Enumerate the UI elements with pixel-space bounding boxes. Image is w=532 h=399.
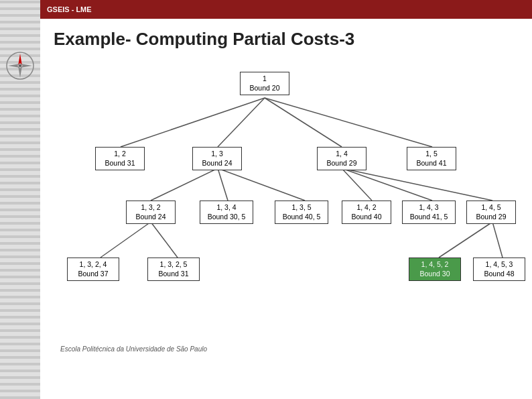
node-1325: 1, 3, 2, 5 Bound 31 — [147, 258, 200, 281]
svg-line-7 — [218, 98, 265, 147]
svg-line-9 — [265, 98, 432, 147]
top-bar-title: GSEIS - LME — [47, 5, 92, 13]
sidebar — [0, 0, 40, 399]
svg-line-14 — [342, 168, 432, 201]
svg-marker-3 — [8, 64, 20, 68]
page-title: Example- Computing Partial Costs-3 — [54, 29, 519, 50]
footer: Escola Politécnica da Universidade de Sã… — [54, 341, 519, 357]
tree-container: 1 Bound 20 1, 2 Bound 31 1, 3 Bound 24 1… — [54, 60, 519, 341]
main-content: GSEIS - LME Example- Computing Partial C… — [40, 0, 532, 399]
svg-line-18 — [439, 222, 492, 258]
node-14: 1, 4 Bound 29 — [317, 147, 367, 170]
node-145: 1, 4, 5 Bound 29 — [466, 201, 516, 224]
node-15: 1, 5 Bound 41 — [407, 147, 456, 170]
svg-line-15 — [342, 168, 492, 201]
node-root: 1 Bound 20 — [240, 72, 289, 95]
node-143: 1, 4, 3 Bound 41, 5 — [402, 201, 456, 224]
svg-line-6 — [121, 98, 265, 147]
svg-line-13 — [342, 168, 372, 201]
node-1324: 1, 3, 2, 4 Bound 37 — [67, 258, 119, 281]
svg-line-10 — [151, 168, 218, 201]
svg-line-12 — [218, 168, 305, 201]
svg-line-19 — [492, 222, 503, 258]
top-bar: GSEIS - LME — [40, 0, 532, 19]
node-13: 1, 3 Bound 24 — [192, 147, 242, 170]
node-12: 1, 2 Bound 31 — [95, 147, 145, 170]
content-area: Example- Computing Partial Costs-3 — [40, 19, 532, 399]
svg-line-16 — [101, 222, 151, 258]
svg-point-5 — [19, 64, 21, 67]
svg-marker-1 — [18, 54, 22, 66]
node-1452: 1, 4, 5, 2 Bound 30 — [409, 258, 461, 281]
svg-marker-2 — [18, 66, 22, 78]
svg-marker-4 — [20, 64, 32, 68]
compass-icon — [5, 51, 35, 80]
svg-line-17 — [151, 222, 178, 258]
node-134: 1, 3, 4 Bound 30, 5 — [200, 201, 253, 224]
node-1453: 1, 4, 5, 3 Bound 48 — [473, 258, 525, 281]
svg-line-11 — [218, 168, 228, 201]
node-132: 1, 3, 2 Bound 24 — [126, 201, 176, 224]
node-135: 1, 3, 5 Bound 40, 5 — [275, 201, 328, 224]
node-142: 1, 4, 2 Bound 40 — [342, 201, 391, 224]
svg-line-8 — [265, 98, 342, 147]
